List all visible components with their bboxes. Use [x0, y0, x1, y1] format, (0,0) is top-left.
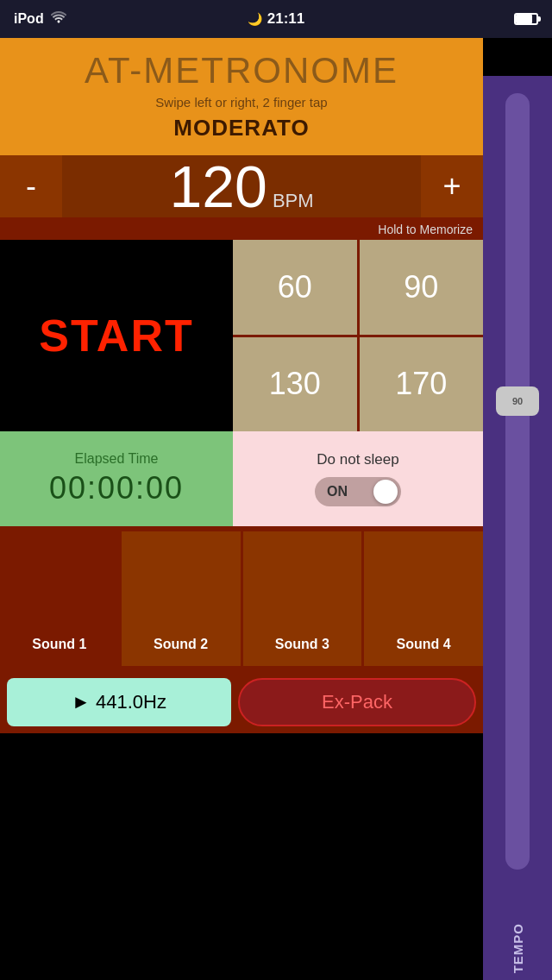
controls-row: START 60 90 130 170 — [0, 240, 483, 431]
memory-button-90[interactable]: 90 — [360, 240, 484, 335]
toggle-thumb — [373, 480, 398, 504]
plus-button[interactable]: + — [421, 155, 483, 217]
battery-area — [514, 13, 538, 25]
bpm-value: 120 — [169, 157, 267, 216]
action-row: ► 441.0Hz Ex-Pack — [0, 671, 483, 733]
sound-row: Sound 1 Sound 2 Sound 3 Sound 4 — [0, 526, 483, 671]
memory-button-130[interactable]: 130 — [233, 337, 357, 432]
moon-icon: 🌙 — [248, 12, 262, 26]
status-center: 🌙 21:11 — [248, 10, 304, 28]
elapsed-label: Elapsed Time — [75, 451, 159, 467]
tempo-word: TEMPO — [511, 923, 525, 973]
tempo-slider-thumb[interactable]: 90 — [496, 386, 539, 416]
device-label: iPod — [14, 11, 44, 27]
middle-section: Hold to Memorize START 60 90 130 170 Ela… — [0, 217, 483, 526]
memory-button-60[interactable]: 60 — [233, 240, 357, 335]
status-bar: iPod 🌙 21:11 — [0, 0, 552, 38]
memory-grid: 60 90 130 170 — [233, 240, 483, 431]
bottom-controls: Elapsed Time 00:00:00 Do not sleep ON — [0, 431, 483, 526]
sound-button-4[interactable]: Sound 4 — [364, 531, 483, 666]
sound-button-2[interactable]: Sound 2 — [122, 531, 241, 666]
hold-label: Hold to Memorize — [0, 217, 483, 240]
toggle-on-label: ON — [315, 484, 348, 499]
bpm-row: - 120 BPM + — [0, 155, 483, 217]
elapsed-value: 00:00:00 — [49, 470, 184, 506]
tempo-slider-container: 90 TEMPO — [483, 76, 552, 980]
sleep-label: Do not sleep — [317, 451, 398, 468]
sleep-panel: Do not sleep ON — [233, 431, 483, 526]
expack-button[interactable]: Ex-Pack — [238, 678, 476, 726]
header-area: AT-METRONOME Swipe left or right, 2 fing… — [0, 38, 483, 155]
time-display: 21:11 — [267, 10, 304, 28]
wifi-icon — [51, 11, 66, 27]
battery-icon — [514, 13, 538, 25]
sound-button-3[interactable]: Sound 3 — [243, 531, 362, 666]
tempo-name-label: MODERATO — [14, 115, 469, 141]
bpm-display: 120 BPM — [62, 157, 421, 216]
start-button[interactable]: START — [0, 240, 233, 431]
hz-button[interactable]: ► 441.0Hz — [7, 678, 231, 726]
swipe-hint: Swipe left or right, 2 finger tap — [14, 95, 469, 110]
minus-button[interactable]: - — [0, 155, 62, 217]
sound-button-1[interactable]: Sound 1 — [0, 531, 119, 666]
memory-button-170[interactable]: 170 — [360, 337, 484, 432]
elapsed-panel: Elapsed Time 00:00:00 — [0, 431, 233, 526]
bpm-unit: BPM — [273, 190, 314, 212]
sleep-toggle[interactable]: ON — [315, 477, 401, 506]
app-title: AT-METRONOME — [14, 50, 469, 91]
start-label: START — [39, 310, 193, 361]
tempo-slider-track: 90 — [505, 93, 530, 870]
